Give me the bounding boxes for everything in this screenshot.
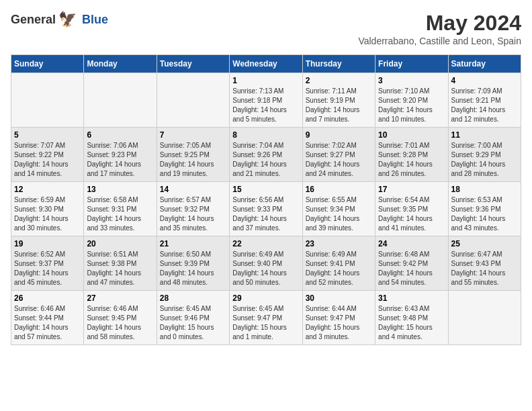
header-wednesday: Wednesday [230, 55, 302, 73]
table-row: 2Sunrise: 7:11 AM Sunset: 9:19 PM Daylig… [302, 73, 375, 128]
day-number: 30 [306, 293, 372, 303]
logo-bird-icon: 🦅 [58, 11, 77, 28]
day-info: Sunrise: 6:53 AM Sunset: 9:36 PM Dayligh… [451, 195, 518, 233]
day-info: Sunrise: 6:54 AM Sunset: 9:35 PM Dayligh… [378, 195, 445, 233]
day-info: Sunrise: 7:01 AM Sunset: 9:28 PM Dayligh… [378, 141, 445, 179]
table-row: 4Sunrise: 7:09 AM Sunset: 9:21 PM Daylig… [448, 73, 521, 128]
day-info: Sunrise: 6:58 AM Sunset: 9:31 PM Dayligh… [87, 195, 153, 233]
day-info: Sunrise: 6:50 AM Sunset: 9:39 PM Dayligh… [160, 250, 226, 287]
table-row: 27Sunrise: 6:46 AM Sunset: 9:45 PM Dayli… [84, 291, 157, 345]
day-info: Sunrise: 6:56 AM Sunset: 9:33 PM Dayligh… [232, 195, 299, 233]
table-row: 24Sunrise: 6:48 AM Sunset: 9:42 PM Dayli… [375, 236, 448, 291]
page-subtitle: Valderrabano, Castille and Leon, Spain [358, 36, 521, 46]
table-row: 10Sunrise: 7:01 AM Sunset: 9:28 PM Dayli… [375, 128, 448, 182]
day-info: Sunrise: 7:04 AM Sunset: 9:26 PM Dayligh… [232, 141, 299, 179]
logo: General 🦅 Blue [11, 11, 108, 28]
day-number: 4 [451, 76, 518, 85]
day-info: Sunrise: 6:43 AM Sunset: 9:48 PM Dayligh… [378, 304, 445, 342]
table-row: 14Sunrise: 6:57 AM Sunset: 9:32 PM Dayli… [157, 182, 229, 236]
day-number: 1 [232, 76, 299, 85]
day-number: 26 [14, 293, 81, 303]
day-info: Sunrise: 7:10 AM Sunset: 9:20 PM Dayligh… [378, 87, 445, 124]
day-info: Sunrise: 6:44 AM Sunset: 9:47 PM Dayligh… [306, 304, 372, 342]
day-info: Sunrise: 6:55 AM Sunset: 9:34 PM Dayligh… [306, 195, 372, 233]
day-number: 12 [14, 185, 81, 194]
day-number: 16 [306, 185, 372, 194]
day-info: Sunrise: 6:45 AM Sunset: 9:46 PM Dayligh… [160, 304, 226, 342]
table-row: 1Sunrise: 7:13 AM Sunset: 9:18 PM Daylig… [230, 73, 302, 128]
day-number: 19 [14, 239, 81, 248]
day-number: 20 [87, 239, 153, 248]
table-row: 19Sunrise: 6:52 AM Sunset: 9:37 PM Dayli… [11, 236, 84, 291]
day-number: 18 [451, 185, 518, 194]
day-number: 22 [232, 239, 299, 248]
day-info: Sunrise: 6:47 AM Sunset: 9:43 PM Dayligh… [451, 250, 518, 287]
day-number: 31 [378, 293, 445, 303]
day-number: 8 [232, 130, 299, 140]
day-number: 28 [160, 293, 226, 303]
table-row: 16Sunrise: 6:55 AM Sunset: 9:34 PM Dayli… [302, 182, 375, 236]
calendar-week-row: 12Sunrise: 6:59 AM Sunset: 9:30 PM Dayli… [11, 182, 521, 236]
header-friday: Friday [375, 55, 448, 73]
table-row: 30Sunrise: 6:44 AM Sunset: 9:47 PM Dayli… [302, 291, 375, 345]
table-row: 20Sunrise: 6:51 AM Sunset: 9:38 PM Dayli… [84, 236, 157, 291]
table-row: 18Sunrise: 6:53 AM Sunset: 9:36 PM Dayli… [448, 182, 521, 236]
table-row: 31Sunrise: 6:43 AM Sunset: 9:48 PM Dayli… [375, 291, 448, 345]
calendar-week-row: 26Sunrise: 6:46 AM Sunset: 9:44 PM Dayli… [11, 291, 521, 345]
day-number: 17 [378, 185, 445, 194]
day-info: Sunrise: 6:51 AM Sunset: 9:38 PM Dayligh… [87, 250, 153, 287]
day-number: 11 [451, 130, 518, 140]
table-row [157, 73, 229, 128]
table-row: 6Sunrise: 7:06 AM Sunset: 9:23 PM Daylig… [84, 128, 157, 182]
day-info: Sunrise: 6:52 AM Sunset: 9:37 PM Dayligh… [14, 250, 81, 287]
day-info: Sunrise: 6:49 AM Sunset: 9:40 PM Dayligh… [232, 250, 299, 287]
table-row: 11Sunrise: 7:00 AM Sunset: 9:29 PM Dayli… [448, 128, 521, 182]
table-row: 15Sunrise: 6:56 AM Sunset: 9:33 PM Dayli… [230, 182, 302, 236]
day-number: 2 [306, 76, 372, 85]
header-thursday: Thursday [302, 55, 375, 73]
day-info: Sunrise: 7:00 AM Sunset: 9:29 PM Dayligh… [451, 141, 518, 179]
calendar-week-row: 19Sunrise: 6:52 AM Sunset: 9:37 PM Dayli… [11, 236, 521, 291]
table-row: 3Sunrise: 7:10 AM Sunset: 9:20 PM Daylig… [375, 73, 448, 128]
table-row: 7Sunrise: 7:05 AM Sunset: 9:25 PM Daylig… [157, 128, 229, 182]
day-info: Sunrise: 6:48 AM Sunset: 9:42 PM Dayligh… [378, 250, 445, 287]
day-info: Sunrise: 6:49 AM Sunset: 9:41 PM Dayligh… [306, 250, 372, 287]
day-number: 27 [87, 293, 153, 303]
table-row [84, 73, 157, 128]
table-row: 22Sunrise: 6:49 AM Sunset: 9:40 PM Dayli… [230, 236, 302, 291]
page-title: May 2024 [358, 11, 521, 36]
table-row: 25Sunrise: 6:47 AM Sunset: 9:43 PM Dayli… [448, 236, 521, 291]
header-monday: Monday [84, 55, 157, 73]
day-number: 10 [378, 130, 445, 140]
table-row: 9Sunrise: 7:02 AM Sunset: 9:27 PM Daylig… [302, 128, 375, 182]
page-header: General 🦅 Blue May 2024 Valderrabano, Ca… [11, 11, 521, 46]
logo-blue: Blue [82, 13, 108, 27]
table-row: 5Sunrise: 7:07 AM Sunset: 9:22 PM Daylig… [11, 128, 84, 182]
calendar-week-row: 1Sunrise: 7:13 AM Sunset: 9:18 PM Daylig… [11, 73, 521, 128]
header-saturday: Saturday [448, 55, 521, 73]
day-info: Sunrise: 6:45 AM Sunset: 9:47 PM Dayligh… [232, 304, 299, 342]
table-row: 23Sunrise: 6:49 AM Sunset: 9:41 PM Dayli… [302, 236, 375, 291]
day-info: Sunrise: 7:05 AM Sunset: 9:25 PM Dayligh… [160, 141, 226, 179]
table-row: 29Sunrise: 6:45 AM Sunset: 9:47 PM Dayli… [230, 291, 302, 345]
day-number: 5 [14, 130, 81, 140]
logo-general: General [11, 13, 56, 27]
day-number: 6 [87, 130, 153, 140]
day-info: Sunrise: 6:46 AM Sunset: 9:45 PM Dayligh… [87, 304, 153, 342]
day-info: Sunrise: 6:57 AM Sunset: 9:32 PM Dayligh… [160, 195, 226, 233]
calendar-table: Sunday Monday Tuesday Wednesday Thursday… [11, 54, 521, 345]
calendar-week-row: 5Sunrise: 7:07 AM Sunset: 9:22 PM Daylig… [11, 128, 521, 182]
day-number: 24 [378, 239, 445, 248]
table-row: 21Sunrise: 6:50 AM Sunset: 9:39 PM Dayli… [157, 236, 229, 291]
table-row: 13Sunrise: 6:58 AM Sunset: 9:31 PM Dayli… [84, 182, 157, 236]
table-row [11, 73, 84, 128]
day-info: Sunrise: 6:59 AM Sunset: 9:30 PM Dayligh… [14, 195, 81, 233]
day-number: 25 [451, 239, 518, 248]
day-info: Sunrise: 7:09 AM Sunset: 9:21 PM Dayligh… [451, 87, 518, 124]
day-info: Sunrise: 6:46 AM Sunset: 9:44 PM Dayligh… [14, 304, 81, 342]
header-sunday: Sunday [11, 55, 84, 73]
header-row: Sunday Monday Tuesday Wednesday Thursday… [11, 55, 521, 73]
day-info: Sunrise: 7:11 AM Sunset: 9:19 PM Dayligh… [306, 87, 372, 124]
table-row: 8Sunrise: 7:04 AM Sunset: 9:26 PM Daylig… [230, 128, 302, 182]
day-number: 15 [232, 185, 299, 194]
